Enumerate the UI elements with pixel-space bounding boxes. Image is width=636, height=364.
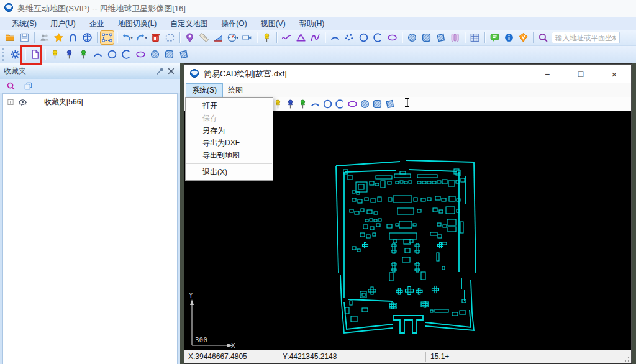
marquee-select-button[interactable] [163, 30, 177, 45]
favorites-panel-header: 收藏夹 [0, 63, 180, 79]
cad-yellow-pin-button[interactable] [271, 98, 284, 110]
elevation-button[interactable] [211, 30, 225, 45]
table-button[interactable] [468, 30, 482, 45]
toolbar-separator [276, 32, 277, 43]
favorites-layers-icon[interactable] [22, 80, 34, 91]
filled-circle-button[interactable] [405, 30, 419, 45]
favorites-search-icon[interactable] [5, 80, 16, 91]
redo-button[interactable]: ▾ [134, 30, 148, 45]
green-pin-button[interactable] [76, 47, 91, 61]
cad-arc3p-button[interactable] [334, 98, 346, 110]
toolbar-grip[interactable] [2, 48, 6, 61]
favorites-toolbar [0, 79, 180, 93]
area-select-button[interactable] [100, 30, 114, 45]
arc-draw-button[interactable] [328, 30, 342, 45]
search-button[interactable] [536, 30, 550, 45]
menu-view[interactable]: 视图(V) [254, 17, 293, 30]
menu-operate[interactable]: 操作(O) [214, 17, 253, 30]
ellipse-tool-button[interactable] [134, 47, 148, 61]
address-search-input[interactable] [552, 32, 620, 43]
favorites-button[interactable] [52, 30, 66, 45]
cad-filled-rect-button[interactable] [371, 98, 383, 110]
cad-arc-button[interactable] [309, 98, 321, 110]
open-file-button[interactable] [3, 30, 17, 45]
filled-polygon-tool-button[interactable] [176, 47, 191, 61]
ellipse-draw-button[interactable] [385, 30, 399, 45]
cad-logo-icon [189, 68, 199, 80]
message-button[interactable] [488, 30, 502, 45]
cad-circle-button[interactable] [321, 98, 334, 110]
menu-save-as[interactable]: 另存为 [186, 124, 273, 137]
cad-ellipse-button[interactable] [346, 98, 358, 110]
undo-button[interactable]: ▾ [120, 30, 134, 45]
svg-text:300: 300 [195, 336, 207, 344]
blue-pin-button[interactable] [62, 47, 76, 61]
circle-draw-button[interactable] [357, 30, 371, 45]
save-button[interactable] [17, 30, 32, 45]
folder-icon [5, 32, 16, 43]
filled-polygon-button[interactable] [434, 30, 448, 45]
menu-export-dxf[interactable]: 导出为DXF [186, 137, 273, 149]
menu-custom-map[interactable]: 自定义地图 [163, 17, 214, 30]
cad-blue-pin-button[interactable] [284, 98, 296, 110]
cad-filled-polygon-button[interactable] [383, 98, 396, 110]
dropdown-caret-icon: ▾ [145, 35, 147, 40]
placemark-button[interactable] [260, 30, 274, 45]
vip-button[interactable] [516, 30, 530, 45]
app-root: 奥维互动地图(SVIP) -- 四维地球卫星影像图[16] 系统(S)用户(U)… [0, 0, 636, 364]
cad-minimize-button[interactable]: − [538, 67, 556, 81]
menu-enterprise[interactable]: 企业 [83, 17, 111, 30]
friends-button[interactable] [37, 30, 52, 45]
arc3p-button[interactable] [371, 30, 385, 45]
cad-menu-draw[interactable]: 绘图 [222, 84, 248, 97]
cad-filled-circle-button[interactable] [358, 98, 371, 110]
visibility-eye-icon[interactable] [17, 96, 28, 107]
panel-close-icon[interactable] [165, 66, 176, 77]
cad-menu-system[interactable]: 系统(S) [186, 84, 222, 97]
measure-button[interactable] [197, 30, 211, 45]
arc-tool-button[interactable] [91, 47, 105, 61]
globe-icon [4, 2, 14, 12]
menu-export-to-map[interactable]: 导出到地图 [186, 149, 273, 162]
toolbar-separator [325, 32, 325, 43]
filled-circle-tool-button[interactable] [148, 47, 162, 61]
multipoint-button[interactable] [342, 30, 357, 45]
cad-maximize-button[interactable]: □ [571, 67, 590, 81]
menu-system[interactable]: 系统(S) [5, 17, 43, 30]
status-divider [425, 352, 426, 362]
panel-pin-icon[interactable] [154, 66, 165, 77]
freeline-button[interactable] [279, 30, 294, 45]
dots-icon [344, 32, 355, 43]
info-button[interactable] [502, 30, 516, 45]
menu-exit[interactable]: 退出(X) [186, 166, 273, 178]
menu-help[interactable]: 帮助(H) [293, 17, 332, 30]
polygon-draw-button[interactable] [294, 30, 308, 45]
resize-grip[interactable] [622, 355, 630, 362]
cad-title-bar: 简易CAD绘制[故宫.dxf] − □ × [184, 65, 631, 83]
filled-rect-tool-button[interactable] [162, 47, 176, 61]
3d-view-button[interactable] [80, 30, 94, 45]
tree-item-label[interactable]: 收藏夹[566] [44, 97, 83, 107]
tree-expand-icon[interactable] [7, 96, 14, 107]
yellow-pin-button[interactable] [48, 47, 62, 61]
circle-tool-button[interactable] [105, 47, 119, 61]
filled-rect-button[interactable] [419, 30, 434, 45]
position-button[interactable] [183, 30, 197, 45]
wave-icon [281, 32, 292, 43]
arc3p-tool-button[interactable] [119, 47, 134, 61]
tree-row-favorites[interactable]: 收藏夹[566] [3, 94, 177, 107]
curve-draw-button[interactable] [308, 30, 322, 45]
plusbox-icon [7, 98, 14, 107]
track-button[interactable] [66, 30, 80, 45]
menu-open[interactable]: 打开 [186, 99, 273, 112]
menu-map-switch[interactable]: 地图切换(L) [111, 17, 164, 30]
parallel-lines-button[interactable] [448, 30, 462, 45]
delete-button[interactable] [148, 30, 163, 45]
status-divider [278, 352, 278, 362]
menu-user[interactable]: 用户(U) [43, 17, 83, 30]
record-button[interactable] [240, 30, 254, 45]
cad-close-button[interactable]: × [605, 67, 624, 81]
compass-button[interactable]: ▾ [225, 30, 240, 45]
cad-green-pin-button[interactable] [296, 98, 309, 110]
toolbar-separator [45, 49, 45, 60]
